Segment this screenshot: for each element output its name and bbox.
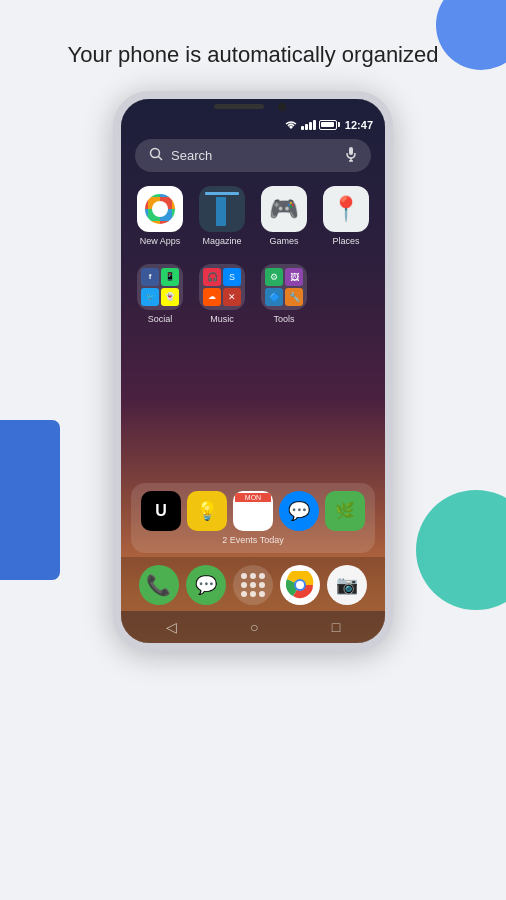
svg-line-2 bbox=[159, 156, 163, 160]
signal-bars bbox=[301, 120, 316, 130]
tools-folder-icon: ⚙ 🖼 🔷 🔧 bbox=[261, 264, 307, 310]
dock-phone-icon[interactable]: 📞 bbox=[139, 565, 179, 605]
svg-rect-3 bbox=[349, 147, 353, 155]
places-label: Places bbox=[332, 236, 359, 246]
dock-messages-icon[interactable]: 💬 bbox=[186, 565, 226, 605]
mic-icon[interactable] bbox=[345, 146, 357, 165]
widget-events-text: 2 Events Today bbox=[139, 535, 367, 545]
app-item-new-apps[interactable]: New Apps bbox=[131, 182, 189, 250]
dock-camera-icon[interactable]: 📷 bbox=[327, 565, 367, 605]
search-bar[interactable]: Search bbox=[135, 139, 371, 172]
app-item-social[interactable]: f 📱 🐦 👻 Social bbox=[131, 260, 189, 328]
status-bar: 12:47 bbox=[121, 113, 385, 135]
phone-frame: 12:47 Search bbox=[113, 91, 393, 651]
app-item-magazine[interactable]: Magazine bbox=[193, 182, 251, 250]
svg-marker-0 bbox=[289, 125, 293, 129]
front-camera bbox=[278, 103, 286, 111]
page-title: Your phone is automatically organized bbox=[0, 0, 506, 91]
status-time: 12:47 bbox=[345, 119, 373, 131]
widget-bulb-icon[interactable]: 💡 bbox=[187, 491, 227, 531]
wifi-icon bbox=[284, 120, 298, 130]
nav-bar: ◁ ○ □ bbox=[121, 611, 385, 643]
widget-messenger-icon[interactable]: 💬 bbox=[279, 491, 319, 531]
search-icon bbox=[149, 147, 163, 164]
widget-bar: U 💡 MON 💬 🌿 bbox=[131, 483, 375, 553]
battery-icon bbox=[319, 120, 340, 130]
magazine-icon bbox=[199, 186, 245, 232]
recent-button[interactable]: □ bbox=[332, 619, 340, 635]
app-item-tools[interactable]: ⚙ 🖼 🔷 🔧 Tools bbox=[255, 260, 313, 328]
svg-point-1 bbox=[151, 148, 160, 157]
widget-uber-icon[interactable]: U bbox=[141, 491, 181, 531]
places-icon: 📍 bbox=[323, 186, 369, 232]
app-item-games[interactable]: 🎮 Games bbox=[255, 182, 313, 250]
phone-screen: 12:47 Search bbox=[121, 99, 385, 643]
phone-top-hardware bbox=[121, 99, 385, 113]
status-icons: 12:47 bbox=[284, 119, 373, 131]
back-button[interactable]: ◁ bbox=[166, 619, 177, 635]
app-grid-row2: f 📱 🐦 👻 Social 🎧 S ☁ ✕ Music bbox=[121, 260, 385, 328]
widget-calendar-icon[interactable]: MON bbox=[233, 491, 273, 531]
app-item-music[interactable]: 🎧 S ☁ ✕ Music bbox=[193, 260, 251, 328]
magazine-label: Magazine bbox=[202, 236, 241, 246]
widget-apps-row: U 💡 MON 💬 🌿 bbox=[139, 491, 367, 531]
tools-label: Tools bbox=[273, 314, 294, 324]
search-placeholder: Search bbox=[171, 148, 212, 163]
dock-apps-icon[interactable] bbox=[233, 565, 273, 605]
social-label: Social bbox=[148, 314, 173, 324]
music-label: Music bbox=[210, 314, 234, 324]
games-label: Games bbox=[269, 236, 298, 246]
app-grid-row1: New Apps bbox=[121, 182, 385, 250]
dock-chrome-icon[interactable] bbox=[280, 565, 320, 605]
new-apps-label: New Apps bbox=[140, 236, 181, 246]
home-button[interactable]: ○ bbox=[250, 619, 258, 635]
social-folder-icon: f 📱 🐦 👻 bbox=[137, 264, 183, 310]
widget-maps-icon[interactable]: 🌿 bbox=[325, 491, 365, 531]
music-folder-icon: 🎧 S ☁ ✕ bbox=[199, 264, 245, 310]
svg-point-8 bbox=[296, 581, 304, 589]
app-item-places[interactable]: 📍 Places bbox=[317, 182, 375, 250]
new-apps-icon bbox=[137, 186, 183, 232]
speaker-grille bbox=[214, 104, 264, 109]
games-icon: 🎮 bbox=[261, 186, 307, 232]
phone-mockup: 12:47 Search bbox=[0, 91, 506, 651]
dock: 📞 💬 bbox=[121, 557, 385, 611]
